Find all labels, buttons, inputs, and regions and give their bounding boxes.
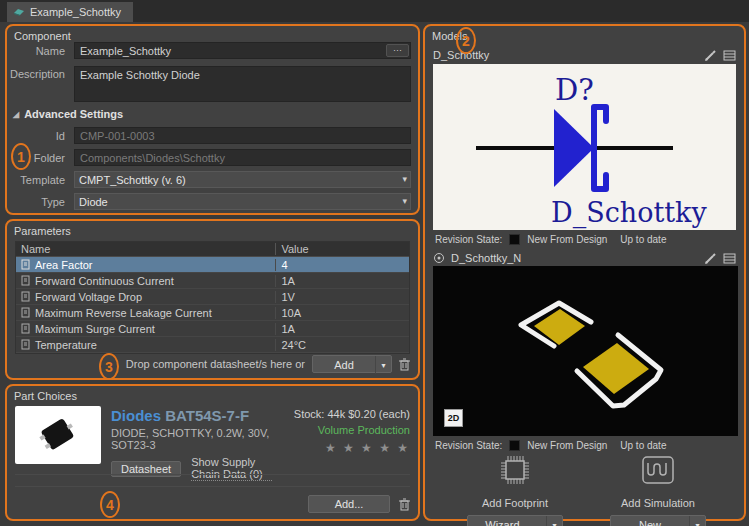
parameters-panel: Parameters Name Value Area Factor 4 Forw… xyxy=(5,219,420,380)
parameter-value: 1A xyxy=(275,275,409,287)
component-panel: Component Name ··· Description Example S… xyxy=(5,24,420,215)
template-select[interactable]: CMPT_Schottky (v. 6) ▾ xyxy=(74,171,411,188)
parameter-icon xyxy=(21,339,30,350)
add-parameter-button[interactable]: Add ▾ xyxy=(312,355,392,373)
edit-footprint-button[interactable] xyxy=(704,252,717,265)
schematic-symbol-preview[interactable]: D? D_Schottky xyxy=(433,64,736,230)
chevron-down-icon[interactable]: ▾ xyxy=(689,516,705,526)
symbol-menu-button[interactable] xyxy=(723,50,736,61)
parameter-icon xyxy=(21,323,30,334)
parameter-icon xyxy=(21,291,30,302)
add-simulation-label: Add Simulation xyxy=(583,497,733,509)
parameter-name: Temperature xyxy=(35,339,97,351)
name-input[interactable] xyxy=(74,42,411,59)
parameters-table-header[interactable]: Name Value xyxy=(16,242,409,257)
table-row[interactable]: Forward Voltage Drop 1V xyxy=(16,289,409,305)
parameter-icon xyxy=(21,275,30,286)
parameter-value: 1A xyxy=(275,323,409,335)
template-label: Template xyxy=(7,174,65,186)
part-number: BAT54S-7-F xyxy=(165,407,249,424)
supply-chain-link[interactable]: Show Supply Chain Data (0) xyxy=(191,456,272,481)
parameter-icon xyxy=(21,307,30,318)
view-mode-badge[interactable]: 2D xyxy=(444,409,463,427)
annotation-circle-1: 1 xyxy=(11,143,31,170)
symbol-name-label: D_Schottky xyxy=(551,197,707,229)
crosshair-icon xyxy=(433,252,445,264)
table-row[interactable]: Maximum Surge Current 1A xyxy=(16,321,409,337)
simulation-new-button[interactable]: New ▾ xyxy=(610,515,706,526)
part-photo xyxy=(15,406,101,464)
type-label: Type xyxy=(7,196,65,208)
document-tab[interactable]: Example_Schottky xyxy=(7,2,133,22)
name-more-button[interactable]: ··· xyxy=(386,44,409,57)
drop-datasheet-hint: Drop component datasheet/s here or xyxy=(126,358,305,370)
menu-icon xyxy=(723,253,736,264)
edit-symbol-button[interactable] xyxy=(704,49,717,62)
type-select[interactable]: Diode ▾ xyxy=(74,193,411,210)
table-row[interactable]: Maximum Reverse Leakage Current 10A xyxy=(16,305,409,321)
type-value: Diode xyxy=(79,196,108,208)
parameter-name: Maximum Reverse Leakage Current xyxy=(35,307,212,319)
description-input[interactable]: Example Schottky Diode xyxy=(74,66,411,102)
symbol-model-name: D_Schottky xyxy=(433,49,698,61)
parameter-name: Forward Voltage Drop xyxy=(35,291,142,303)
parameter-name: Forward Continuous Current xyxy=(35,275,174,287)
row-divider xyxy=(15,486,410,487)
component-panel-title: Component xyxy=(14,30,71,42)
parameter-icon xyxy=(21,259,30,270)
star-rating[interactable]: ★ ★ ★ ★ ★ xyxy=(282,441,410,455)
id-label: Id xyxy=(7,130,65,142)
description-label: Description xyxy=(7,68,65,80)
lifecycle-status: Volume Production xyxy=(282,424,410,436)
revision-state-value: New From Design xyxy=(527,234,607,245)
table-row[interactable]: Area Factor 4 xyxy=(16,257,409,273)
annotation-circle-4: 4 xyxy=(100,491,120,518)
pencil-icon xyxy=(704,252,717,265)
revision-state-swatch xyxy=(509,440,520,451)
document-tab-bar: Example_Schottky xyxy=(0,0,749,22)
annotation-circle-2: 2 xyxy=(456,27,476,54)
parameter-value: 24°C xyxy=(275,339,409,351)
advanced-settings-label: Advanced Settings xyxy=(24,108,123,120)
component-doc-icon xyxy=(13,7,25,17)
collapse-arrow-icon: ◢ xyxy=(13,110,19,119)
template-value: CMPT_Schottky (v. 6) xyxy=(79,174,186,186)
delete-part-choice-button[interactable] xyxy=(399,498,410,511)
table-row[interactable]: Temperature 24°C xyxy=(16,337,409,353)
document-tab-label: Example_Schottky xyxy=(30,6,121,18)
chevron-down-icon[interactable]: ▾ xyxy=(375,356,391,374)
parameters-table: Name Value Area Factor 4 Forward Continu… xyxy=(15,241,410,354)
add-footprint-label: Add Footprint xyxy=(440,497,590,509)
chip-icon xyxy=(497,452,533,488)
revision-state-value: New From Design xyxy=(527,440,607,451)
part-choice-item[interactable]: Diodes BAT54S-7-F DIODE, SCHOTTKY, 0.2W,… xyxy=(15,406,410,468)
trash-icon xyxy=(399,358,410,371)
waveform-icon xyxy=(640,452,676,488)
chevron-down-icon: ▾ xyxy=(402,196,407,206)
parameter-value: 4 xyxy=(275,259,409,271)
revision-state-label: Revision State: xyxy=(435,440,502,451)
add-parameter-label: Add xyxy=(313,356,375,374)
column-value: Value xyxy=(281,243,308,255)
name-label: Name xyxy=(7,45,65,57)
add-part-choice-button[interactable]: Add... xyxy=(308,495,390,513)
chevron-down-icon[interactable]: ▾ xyxy=(546,516,562,526)
part-description: DIODE, SCHOTTKY, 0.2W, 30V, SOT23-3 xyxy=(111,427,272,451)
revision-status: Up to date xyxy=(620,440,666,451)
footprint-preview[interactable]: 2D xyxy=(433,266,736,436)
footprint-menu-button[interactable] xyxy=(723,253,736,264)
row-divider xyxy=(15,474,410,475)
delete-parameter-button[interactable] xyxy=(399,358,410,371)
parameters-panel-title: Parameters xyxy=(14,225,71,237)
advanced-settings-header[interactable]: ◢ Advanced Settings xyxy=(13,108,123,120)
symbol-designator: D? xyxy=(555,73,594,107)
models-panel: Models D_Schottky xyxy=(423,24,746,521)
table-row[interactable]: Forward Continuous Current 1A xyxy=(16,273,409,289)
revision-state-swatch xyxy=(509,234,520,245)
component-editor-window: Example_Schottky Component Name ··· Desc… xyxy=(0,0,749,526)
parameter-value: 1V xyxy=(275,291,409,303)
trash-icon xyxy=(399,498,410,511)
part-choices-panel-title: Part Choices xyxy=(14,390,77,402)
footprint-wizard-button[interactable]: Wizard... ▾ xyxy=(467,515,563,526)
annotation-circle-3: 3 xyxy=(99,353,119,380)
